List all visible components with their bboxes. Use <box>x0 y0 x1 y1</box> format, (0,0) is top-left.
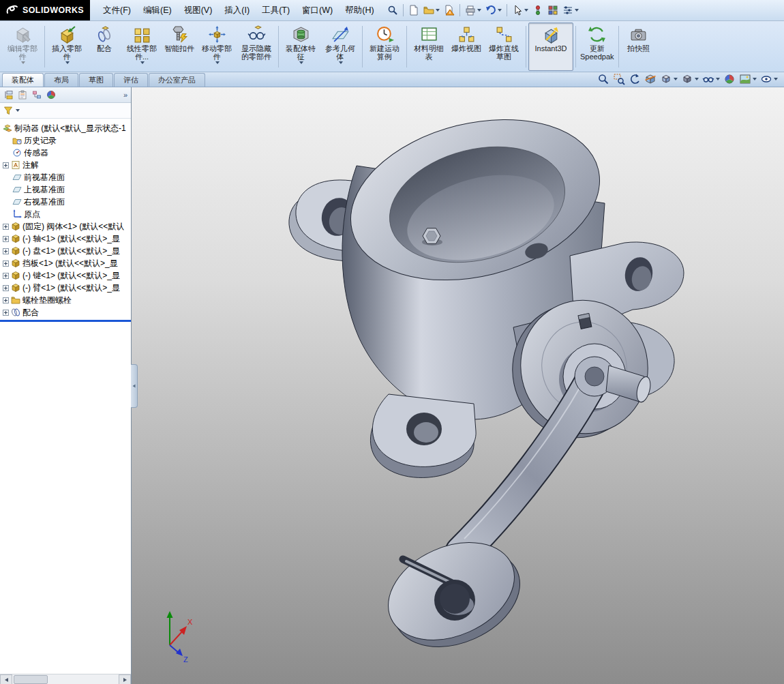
select-button[interactable] <box>511 2 530 18</box>
ribbon-button-instant3d[interactable]: Instant3D <box>528 23 573 71</box>
color-swatch-button[interactable] <box>546 2 560 18</box>
tab-evaluate[interactable]: 评估 <box>114 73 148 87</box>
scrollbar-track[interactable] <box>12 674 119 684</box>
ribbon-button-edit-component[interactable]: 编辑零部件 <box>3 23 42 71</box>
zoom-to-fit-button[interactable] <box>597 72 610 85</box>
ribbon-button-reference-geometry[interactable]: 参考几何体 <box>320 23 360 71</box>
print-button[interactable] <box>464 2 483 18</box>
expand-icon[interactable] <box>3 285 9 291</box>
view-settings-button[interactable] <box>759 72 779 85</box>
tree-item-component-baffle[interactable]: 挡板<1> (默认<<默认>_显 <box>0 257 131 269</box>
menu-view[interactable]: 视图(V) <box>178 2 219 19</box>
tab-layout[interactable]: 布局 <box>44 73 78 87</box>
model-bottom-ear[interactable] <box>370 394 476 477</box>
zoom-to-area-button[interactable] <box>612 72 626 85</box>
expand-icon[interactable] <box>3 310 9 316</box>
publish-button[interactable] <box>442 2 456 18</box>
tree-item-mates[interactable]: 配合 <box>0 306 131 318</box>
dropdown-arrow-icon[interactable] <box>16 109 20 112</box>
model-key[interactable] <box>578 314 592 329</box>
view-orientation-button[interactable] <box>659 72 678 85</box>
expand-icon[interactable] <box>3 236 9 242</box>
expand-icon[interactable] <box>3 273 9 279</box>
ribbon-button-bill-of-materials[interactable]: 材料明细表 <box>409 23 449 71</box>
expand-icon[interactable] <box>3 248 9 254</box>
tab-sketch[interactable]: 草图 <box>79 73 113 87</box>
hide-show-items-button[interactable] <box>702 72 721 85</box>
ribbon-button-take-snapshot[interactable]: 拍快照 <box>621 23 657 71</box>
ribbon-button-insert-component[interactable]: 插入零部件 <box>47 23 87 71</box>
filter-icon[interactable] <box>3 106 13 115</box>
tree-item-front-plane[interactable]: 前视基准面 <box>0 171 131 183</box>
scroll-left-arrow-icon <box>5 678 8 682</box>
search-button[interactable] <box>386 2 399 18</box>
edit-appearance-button[interactable] <box>723 72 736 85</box>
expand-icon[interactable] <box>3 297 9 303</box>
collapse-panel-button[interactable]: » <box>123 91 127 99</box>
ribbon-button-new-motion-study[interactable]: 新建运动算例 <box>365 23 404 71</box>
scroll-left-button[interactable] <box>0 674 12 684</box>
ribbon-button-smart-fasteners[interactable]: 智能扣件 <box>162 23 197 71</box>
ribbon-separator <box>575 26 576 68</box>
ribbon-button-linear-component-pattern[interactable]: 线性零部件... <box>122 23 162 71</box>
menu-edit[interactable]: 编辑(E) <box>137 2 178 19</box>
tree-item-origin[interactable]: 原点 <box>0 208 131 220</box>
new-document-button[interactable] <box>407 2 421 18</box>
tab-assembly[interactable]: 装配体 <box>2 73 44 87</box>
options-button[interactable] <box>561 2 580 18</box>
menu-insert[interactable]: 插入(I) <box>218 2 256 19</box>
expand-icon[interactable] <box>3 162 9 168</box>
configurationmanager-tab-icon[interactable] <box>32 90 42 100</box>
open-button[interactable] <box>422 2 441 18</box>
scrollbar-thumb[interactable] <box>14 675 48 684</box>
ribbon-button-update-speedpak[interactable]: 更新 Speedpak <box>578 23 616 71</box>
panel-splitter-handle[interactable] <box>131 364 138 408</box>
propertymanager-tab-icon[interactable] <box>18 90 27 100</box>
tree-item-history[interactable]: 历史记录 <box>0 134 131 147</box>
tree-item-component-shaft[interactable]: (-) 轴<1> (默认<<默认>_显 <box>0 233 131 245</box>
ribbon-button-assembly-features[interactable]: 装配体特征 <box>281 23 320 71</box>
expand-icon[interactable] <box>3 261 9 267</box>
tab-office-products[interactable]: 办公室产品 <box>149 73 205 87</box>
manager-panel-tabs: » <box>0 87 131 103</box>
scroll-right-button[interactable] <box>119 674 131 684</box>
ribbon-button-move-component[interactable]: 移动零部件 <box>197 23 237 71</box>
display-style-button[interactable] <box>680 72 699 85</box>
ribbon-button-mate[interactable]: 配合 <box>87 23 122 71</box>
tree-item-top-plane[interactable]: 上视基准面 <box>0 183 131 196</box>
tree-item-component-disc[interactable]: (-) 盘<1> (默认<<默认>_显 <box>0 245 131 257</box>
sensors-icon <box>12 148 22 158</box>
featuremanager-tab-icon[interactable] <box>3 90 13 100</box>
dropdown-arrow-icon <box>65 61 70 64</box>
expand-icon[interactable] <box>3 224 9 230</box>
section-view-button[interactable] <box>644 72 657 85</box>
previous-view-button[interactable] <box>628 72 642 85</box>
ribbon-button-explode-line-sketch[interactable]: 爆炸直线草图 <box>484 23 524 71</box>
ribbon-button-show-hidden-components[interactable]: 显示隐藏的零部件 <box>237 23 276 71</box>
displaymanager-tab-icon[interactable] <box>46 90 56 100</box>
tree-item-component-key[interactable]: (-) 键<1> (默认<<默认>_显 <box>0 269 131 282</box>
tree-item-fasteners-folder[interactable]: 螺栓垫圈螺栓 <box>0 294 131 306</box>
tree-item-annotations[interactable]: 注解 <box>0 159 131 171</box>
color-swatch-icon <box>547 5 558 16</box>
rollback-bar[interactable] <box>0 320 131 322</box>
tree-horizontal-scrollbar[interactable] <box>0 674 131 684</box>
tree-item-component-arm[interactable]: (-) 臂<1> (默认<<默认>_显 <box>0 282 131 294</box>
ribbon-button-exploded-view[interactable]: 爆炸视图 <box>449 23 484 71</box>
tree-item-right-plane[interactable]: 右视基准面 <box>0 196 131 208</box>
tree-item-root[interactable]: 制动器 (默认<默认_显示状态-1 <box>0 122 131 134</box>
tree-item-component-valve-body[interactable]: (固定) 阀体<1> (默认<<默认 <box>0 220 131 233</box>
logo-text: SOLIDWORKS <box>22 5 84 15</box>
show-hidden-components-icon <box>247 25 266 44</box>
tree-item-sensors[interactable]: 传感器 <box>0 147 131 159</box>
menu-tools[interactable]: 工具(T) <box>256 2 296 19</box>
model-arm-ring[interactable] <box>373 524 535 666</box>
undo-button[interactable] <box>484 2 503 18</box>
model-canvas[interactable] <box>132 87 784 684</box>
menu-file[interactable]: 文件(F) <box>97 2 137 19</box>
menu-help[interactable]: 帮助(H) <box>339 2 380 19</box>
menu-window[interactable]: 窗口(W) <box>296 2 339 19</box>
rebuild-button[interactable] <box>531 2 545 18</box>
graphics-area[interactable]: X Z <box>132 87 784 684</box>
apply-scene-button[interactable] <box>738 72 757 85</box>
